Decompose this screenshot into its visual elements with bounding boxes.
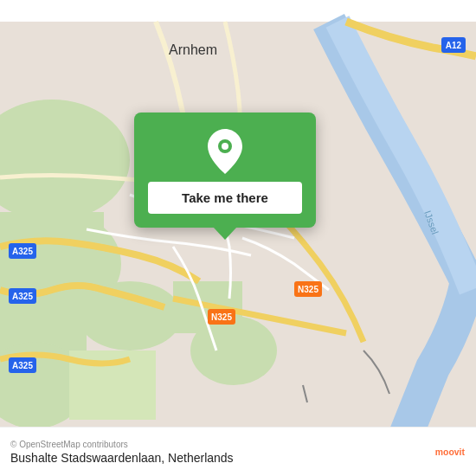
copyright-text: © OpenStreetMap contributors bbox=[10, 440, 234, 449]
bottom-left-info: © OpenStreetMap contributors Bushalte St… bbox=[10, 440, 234, 465]
bottom-bar: © OpenStreetMap contributors Bushalte St… bbox=[0, 427, 476, 476]
svg-text:A325: A325 bbox=[12, 361, 33, 370]
moovit-logo: moovit bbox=[434, 436, 466, 467]
svg-text:Arnhem: Arnhem bbox=[169, 42, 217, 57]
popup-card: Take me there bbox=[134, 113, 316, 228]
svg-text:N325: N325 bbox=[211, 312, 232, 322]
svg-point-4 bbox=[78, 281, 182, 351]
svg-text:A12: A12 bbox=[446, 41, 462, 50]
location-pin-icon bbox=[203, 130, 247, 173]
location-name: Bushalte Stadswaardenlaan, Netherlands bbox=[10, 451, 234, 465]
svg-text:A325: A325 bbox=[12, 247, 33, 256]
map-background: IJssel A12 N325 N325 N325 bbox=[0, 0, 476, 476]
svg-text:moovit: moovit bbox=[435, 447, 466, 457]
moovit-icon: moovit bbox=[434, 436, 466, 467]
svg-point-28 bbox=[222, 143, 228, 150]
svg-point-6 bbox=[190, 316, 277, 385]
svg-text:N325: N325 bbox=[298, 285, 318, 294]
map-container[interactable]: IJssel A12 N325 N325 N325 bbox=[0, 0, 476, 476]
svg-text:A325: A325 bbox=[12, 292, 33, 301]
take-me-there-button[interactable]: Take me there bbox=[148, 182, 302, 214]
